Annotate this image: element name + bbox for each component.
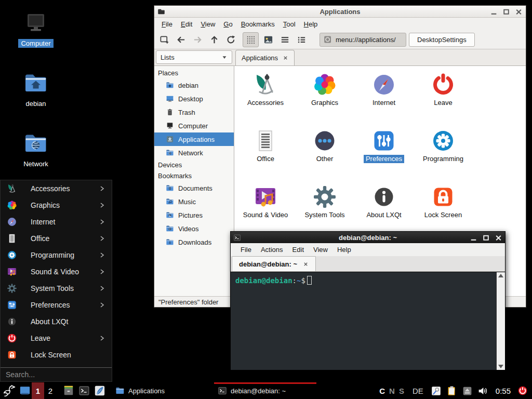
app-category-accessories[interactable]: Accessories: [236, 69, 295, 125]
terminal-menu-help[interactable]: Help: [332, 246, 356, 254]
maximize-icon[interactable]: [482, 234, 490, 242]
tray-clipboard[interactable]: [444, 382, 460, 399]
workspace-1[interactable]: 1: [32, 382, 44, 399]
tray-eject[interactable]: [460, 382, 475, 399]
app-category-sound-video[interactable]: Sound & Video: [236, 181, 295, 237]
fm-menu-view[interactable]: View: [196, 20, 219, 28]
main-menu-button[interactable]: [0, 382, 18, 399]
terminal-menu-actions[interactable]: Actions: [256, 246, 288, 254]
sidebar-item-label: Network: [178, 149, 203, 157]
sidebar-item-network[interactable]: Network: [154, 146, 234, 159]
icon-view-button[interactable]: [243, 32, 259, 47]
clock[interactable]: 0:55: [496, 387, 511, 395]
desktop-icon-computer[interactable]: Computer: [11, 10, 61, 48]
menu-item-system-tools[interactable]: System Tools: [1, 280, 112, 297]
fm-menu-file[interactable]: File: [157, 20, 177, 28]
show-desktop-button[interactable]: [18, 382, 32, 399]
tray-screenshot[interactable]: [429, 382, 444, 399]
detailed-view-icon[interactable]: [297, 35, 307, 45]
app-category-label: Other: [314, 155, 336, 163]
tray-volume[interactable]: [475, 382, 491, 399]
sidebar-item-downloads[interactable]: Downloads: [154, 235, 234, 249]
sidebar-item-trash[interactable]: Trash: [154, 105, 234, 119]
sidebar-item-debian[interactable]: debian: [154, 78, 234, 92]
app-category-lock-screen[interactable]: Lock Screen: [414, 181, 473, 237]
breadcrumb-desktopsettings[interactable]: DesktopSettings: [409, 33, 475, 47]
maximize-icon[interactable]: [502, 8, 510, 16]
app-category-graphics[interactable]: Graphics: [295, 69, 354, 125]
minimize-icon[interactable]: [490, 8, 498, 16]
sidebar-item-desktop[interactable]: Desktop: [154, 92, 234, 105]
keyboard-layout[interactable]: DE: [413, 387, 423, 395]
menu-item-sound-video[interactable]: Sound & Video: [1, 263, 112, 280]
terminal-menu-view[interactable]: View: [309, 246, 332, 254]
tab-close-icon[interactable]: [303, 261, 309, 267]
fm-menu-bookmarks[interactable]: Bookmarks: [237, 20, 279, 28]
sidebar-item-computer[interactable]: Computer: [154, 119, 234, 132]
terminal-prompt: debian@debian:~$: [231, 272, 496, 370]
compact-view-icon[interactable]: [280, 35, 290, 45]
app-category-internet[interactable]: Internet: [354, 69, 414, 125]
task-debian-debian[interactable]: debian@debian: ~: [214, 382, 316, 399]
quicklaunch-file-manager[interactable]: [61, 382, 76, 399]
fm-menu-tool[interactable]: Tool: [279, 20, 300, 28]
search-input[interactable]: [6, 370, 107, 379]
tab-close-icon[interactable]: [283, 55, 288, 61]
terminal-titlebar[interactable]: debian@debian: ~: [231, 232, 505, 243]
app-category-preferences[interactable]: Preferences: [354, 125, 414, 181]
sidebar-item-videos[interactable]: Videos: [154, 222, 234, 235]
forward-icon[interactable]: [193, 35, 203, 45]
menu-item-lock-screen[interactable]: Lock Screen: [1, 347, 112, 363]
kbd-indicator-n[interactable]: N: [389, 387, 395, 395]
fm-menu-go[interactable]: Go: [219, 20, 236, 28]
fm-menu-help[interactable]: Help: [300, 20, 322, 28]
close-icon[interactable]: [495, 234, 502, 242]
back-icon[interactable]: [176, 35, 186, 45]
sidebar-item-music[interactable]: Music: [154, 195, 234, 208]
terminal-menu-file[interactable]: File: [236, 246, 256, 254]
scroll-down-icon[interactable]: [498, 365, 503, 368]
desktop-icon-debian[interactable]: debian: [11, 71, 61, 108]
thumbnail-view-icon[interactable]: [263, 35, 273, 45]
app-category-leave[interactable]: Leave: [414, 69, 473, 125]
menu-item-leave[interactable]: Leave: [1, 330, 112, 347]
app-category-other[interactable]: Other: [295, 125, 354, 181]
minimize-icon[interactable]: [470, 234, 477, 242]
terminal-menu-edit[interactable]: Edit: [288, 246, 309, 254]
close-icon[interactable]: [515, 8, 523, 16]
app-category-office[interactable]: Office: [236, 125, 295, 181]
fm-titlebar[interactable]: Applications: [154, 6, 526, 18]
app-category-system-tools[interactable]: System Tools: [295, 181, 354, 237]
quicklaunch-qterminal[interactable]: [76, 382, 92, 399]
power-button[interactable]: [515, 382, 530, 399]
reload-icon[interactable]: [226, 35, 236, 45]
sidebar-item-documents[interactable]: Documents: [154, 181, 234, 195]
menu-item-internet[interactable]: Internet: [1, 214, 112, 230]
desktop-icon-network[interactable]: Network: [11, 131, 61, 168]
menu-item-accessories[interactable]: Accessories: [1, 180, 112, 197]
address-bar[interactable]: menu://applications/: [320, 33, 406, 47]
scroll-up-icon[interactable]: [498, 274, 503, 277]
task-applications[interactable]: Applications: [112, 382, 214, 399]
tab-applications[interactable]: Applications: [235, 50, 295, 65]
menu-item-office[interactable]: Office: [1, 230, 112, 247]
sidebar-item-pictures[interactable]: Pictures: [154, 208, 234, 222]
terminal-tab[interactable]: debian@debian: ~: [232, 256, 316, 271]
workspace-2[interactable]: 2: [44, 382, 57, 399]
terminal-screen[interactable]: debian@debian:~$: [231, 272, 505, 370]
terminal-scrollbar[interactable]: [496, 272, 505, 370]
menu-item-programming[interactable]: Programming: [1, 247, 112, 263]
kbd-indicator-c[interactable]: C: [379, 387, 385, 395]
fm-menu-edit[interactable]: Edit: [177, 20, 196, 28]
quicklaunch-featherpad[interactable]: [92, 382, 108, 399]
menu-item-about-lxqt[interactable]: About LXQt: [1, 313, 112, 330]
app-category-about-lxqt[interactable]: About LXQt: [354, 181, 414, 237]
menu-item-graphics[interactable]: Graphics: [1, 197, 112, 214]
sidebar-item-applications[interactable]: Applications: [154, 132, 234, 146]
menu-item-preferences[interactable]: Preferences: [1, 297, 112, 313]
new-tab-icon[interactable]: [159, 35, 169, 45]
panel-selector-combo[interactable]: Lists: [156, 50, 232, 64]
kbd-indicator-s[interactable]: S: [399, 387, 404, 395]
up-icon[interactable]: [209, 35, 219, 45]
app-category-programming[interactable]: Programming: [414, 125, 473, 181]
